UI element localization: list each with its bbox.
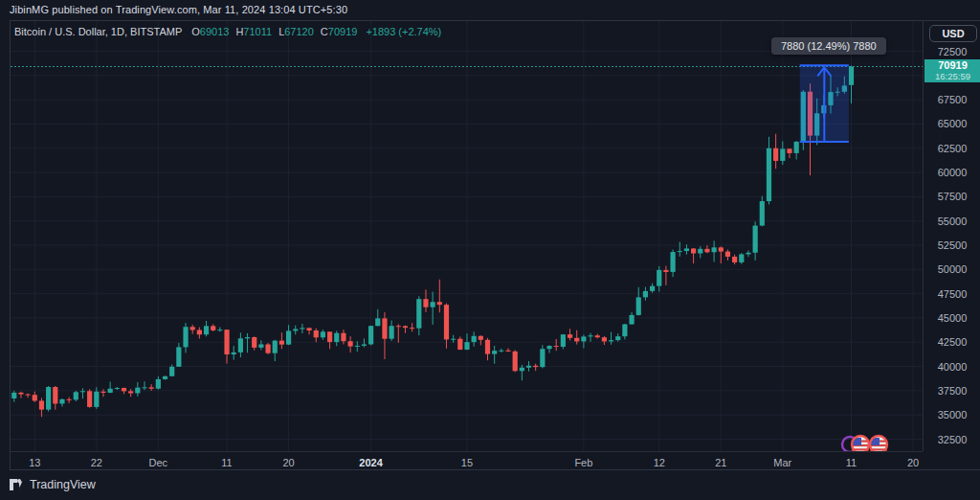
time-axis-label: 13 [29,457,40,468]
time-axis-label: Dec [149,457,168,468]
time-axis-label: Feb [574,457,592,468]
price-axis-label: 57500 [924,191,980,202]
last-price-badge: 70919 16:25:59 [924,59,980,82]
price-axis-label: 35000 [924,409,980,420]
time-axis-label: 20 [282,457,294,468]
price-axis-label: 62500 [924,143,980,154]
tradingview-label: TradingView [30,478,96,491]
time-axis-label: Mar [773,457,791,468]
time-axis-label: 2024 [359,457,382,468]
time-axis-label: 20 [907,457,919,468]
symbol-title: Bitcoin / U.S. Dollar, 1D, BITSTAMP [14,26,182,37]
tradingview-logo-icon [10,478,24,491]
time-axis-label: 22 [91,457,102,468]
economic-events-badge[interactable] [839,434,897,451]
chart-pane[interactable]: Bitcoin / U.S. Dollar, 1D, BITSTAMPO6901… [11,21,923,451]
time-axis-label: 11 [846,457,857,468]
price-axis-label: 72500 [924,46,980,57]
price-axis-label: 47500 [924,288,980,300]
symbol-legend[interactable]: Bitcoin / U.S. Dollar, 1D, BITSTAMPO6901… [14,26,441,37]
currency-toggle-button[interactable]: USD [929,25,977,42]
close-value: C70919 [321,26,358,37]
time-axis-label: 11 [221,457,232,468]
price-axis-label: 52500 [924,239,980,251]
price-axis-label: 50000 [924,263,980,275]
tradingview-attribution[interactable]: TradingView [10,478,96,491]
us-flag-event-icon[interactable] [870,436,887,451]
candlestick-chart[interactable] [11,21,923,451]
time-axis-label: 12 [654,457,665,468]
high-value: H71011 [235,26,272,37]
measure-result-tooltip: 7880 (12.49%) 7880 [771,37,886,55]
price-range-measure[interactable] [800,65,849,142]
price-axis[interactable]: USD 725006750065000625006000057500550005… [923,21,980,451]
change-value: +1893 (+2.74%) [366,26,441,37]
low-value: L67120 [278,26,314,37]
time-axis-label: 15 [461,457,473,468]
price-axis-label: 32500 [924,434,980,445]
open-value: O69013 [191,26,229,37]
price-axis-label: 45000 [924,312,980,324]
published-info: JibinMG published on TradingView.com, Ma… [10,4,347,15]
price-axis-label: 65000 [924,118,980,129]
chart-widget: Bitcoin / U.S. Dollar, 1D, BITSTAMPO6901… [10,20,980,470]
price-axis-label: 67500 [924,94,980,105]
price-axis-label: 40000 [924,361,980,373]
price-axis-label: 55000 [924,216,980,227]
price-axis-label: 42500 [924,336,980,348]
price-axis-label: 37500 [924,385,980,397]
time-axis-label: 21 [715,457,726,468]
bar-countdown: 16:25:59 [924,72,980,81]
time-axis[interactable]: 1322Dec1120202415Feb1221Mar1120 [11,451,923,471]
us-flag-event-icon[interactable] [852,436,869,451]
price-axis-label: 60000 [924,167,980,178]
